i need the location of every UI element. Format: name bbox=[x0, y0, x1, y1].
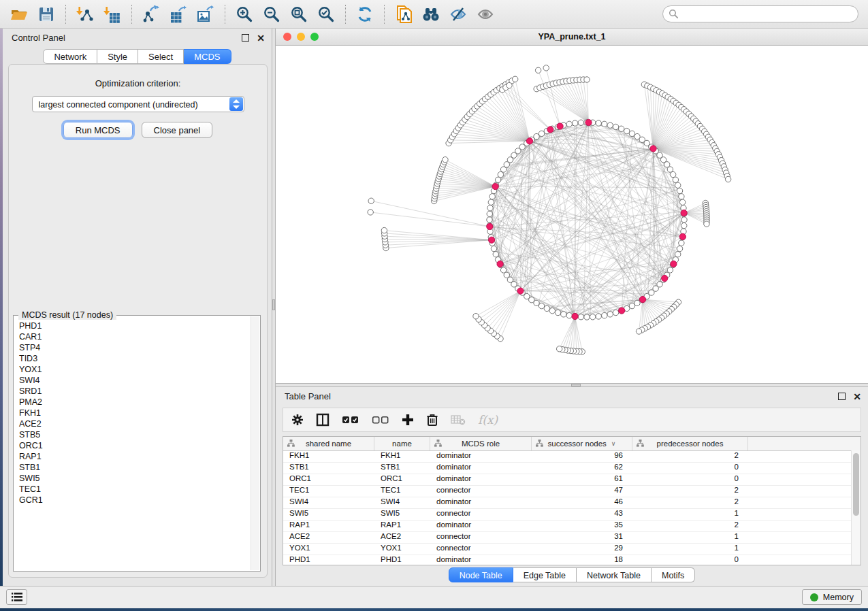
memory-button[interactable]: Memory bbox=[802, 589, 862, 605]
mcds-result-item[interactable]: PHD1 bbox=[19, 320, 251, 331]
add-column-icon[interactable] bbox=[402, 414, 414, 426]
table-scrollbar-track[interactable] bbox=[851, 450, 861, 565]
mcds-result-item[interactable]: RAP1 bbox=[19, 451, 251, 462]
deselect-all-icon[interactable] bbox=[372, 415, 389, 425]
table-row[interactable]: SWI5SWI5connector431 bbox=[283, 509, 861, 521]
toolbar-search[interactable] bbox=[662, 5, 858, 22]
trash-icon[interactable] bbox=[426, 413, 438, 427]
search-input[interactable] bbox=[679, 9, 858, 20]
zoom-in-icon[interactable] bbox=[233, 4, 256, 24]
function-builder-icon[interactable]: f(x) bbox=[478, 413, 498, 427]
network-canvas[interactable] bbox=[276, 46, 867, 383]
column-header-predecessor-nodes[interactable]: predecessor nodes bbox=[632, 437, 748, 450]
select-all-icon[interactable] bbox=[342, 415, 359, 425]
mcds-result-item[interactable]: ACE2 bbox=[19, 418, 251, 429]
tab-style[interactable]: Style bbox=[97, 49, 138, 64]
zoom-fit-icon[interactable] bbox=[287, 4, 310, 24]
mcds-result-item[interactable]: CAR1 bbox=[19, 331, 251, 342]
table-row[interactable]: FKH1FKH1dominator962 bbox=[283, 451, 861, 463]
mcds-result-item[interactable]: SWI4 bbox=[19, 375, 251, 386]
table-scrollbar-thumb[interactable] bbox=[853, 453, 859, 516]
mcds-result-list[interactable]: PHD1CAR1STP4TID3YOX1SWI4SRD1PMA2FKH1ACE2… bbox=[14, 318, 251, 570]
tab-select[interactable]: Select bbox=[138, 49, 184, 64]
zoom-selected-icon[interactable] bbox=[315, 4, 338, 24]
export-table-icon[interactable] bbox=[167, 4, 190, 24]
export-network-icon[interactable] bbox=[140, 4, 163, 24]
binoculars-icon[interactable] bbox=[419, 4, 443, 24]
export-image-icon[interactable] bbox=[194, 4, 217, 24]
close-window-icon[interactable] bbox=[283, 33, 291, 41]
mcds-result-item[interactable]: SWI5 bbox=[19, 473, 251, 484]
mcds-result-item[interactable]: PMA2 bbox=[19, 397, 251, 408]
table-row[interactable]: PHD1PHD1dominator180 bbox=[283, 555, 861, 565]
zoom-out-icon[interactable] bbox=[260, 4, 283, 24]
mcds-result-item[interactable]: YOX1 bbox=[19, 364, 251, 375]
table-row[interactable]: TEC1TEC1connector472 bbox=[283, 486, 861, 497]
control-panel: Control Panel ✕ NetworkStyleSelectMCDS O… bbox=[3, 29, 272, 586]
mcds-result-item[interactable]: TID3 bbox=[19, 353, 251, 364]
import-network-icon[interactable] bbox=[74, 4, 97, 24]
column-header-successor-nodes[interactable]: successor nodes∨ bbox=[532, 437, 632, 450]
table-row[interactable]: ORC1ORC1dominator610 bbox=[283, 474, 861, 486]
close-panel-icon[interactable]: ✕ bbox=[853, 393, 861, 400]
mcds-result-item[interactable]: ORC1 bbox=[19, 440, 251, 451]
split-columns-icon[interactable] bbox=[316, 413, 329, 427]
tab-mcds[interactable]: MCDS bbox=[184, 49, 231, 64]
control-panel-tabs: NetworkStyleSelectMCDS bbox=[3, 49, 272, 64]
mcds-result-item[interactable]: SRD1 bbox=[19, 386, 251, 397]
table-row[interactable]: STB1STB1dominator620 bbox=[283, 463, 861, 474]
table-row[interactable]: YOX1YOX1connector291 bbox=[283, 544, 861, 555]
refresh-icon[interactable] bbox=[353, 4, 376, 24]
cell-predecessors: 2 bbox=[632, 497, 748, 508]
mcds-result-item[interactable]: STB5 bbox=[19, 429, 251, 440]
gear-icon[interactable] bbox=[291, 414, 304, 426]
delete-table-icon[interactable] bbox=[451, 414, 466, 425]
column-header-shared-name[interactable]: shared name bbox=[283, 437, 374, 450]
tab-motifs[interactable]: Motifs bbox=[652, 567, 695, 582]
open-folder-icon[interactable] bbox=[7, 4, 31, 24]
network-window-titlebar[interactable]: YPA_prune.txt_1 bbox=[276, 29, 868, 46]
tab-network-table[interactable]: Network Table bbox=[577, 567, 652, 582]
node-table[interactable]: shared namenameMCDS rolesuccessor nodes∨… bbox=[283, 436, 861, 565]
hide-graphics-details-icon[interactable] bbox=[447, 4, 470, 24]
mcds-result-item[interactable]: GCR1 bbox=[19, 495, 251, 506]
column-header-name[interactable]: name bbox=[374, 437, 430, 450]
minimize-window-icon[interactable] bbox=[297, 33, 305, 41]
toolbar-separator bbox=[131, 5, 132, 24]
cell-shared-name: PHD1 bbox=[283, 555, 374, 565]
close-panel-button[interactable]: Close panel bbox=[142, 122, 213, 138]
show-panels-list-icon[interactable] bbox=[6, 589, 27, 605]
attribute-icon bbox=[637, 440, 644, 447]
table-row[interactable]: ACE2ACE2connector311 bbox=[283, 532, 861, 544]
show-graphics-details-icon[interactable] bbox=[474, 4, 497, 24]
mcds-result-item[interactable]: STB1 bbox=[19, 462, 251, 473]
optimization-criterion-select[interactable]: largest connected component (undirected) bbox=[32, 96, 244, 112]
import-table-icon[interactable] bbox=[101, 4, 124, 24]
splitter-handle[interactable] bbox=[272, 299, 275, 310]
float-panel-icon[interactable] bbox=[242, 34, 249, 42]
tab-edge-table[interactable]: Edge Table bbox=[513, 567, 577, 582]
cell-role: dominator bbox=[430, 474, 532, 485]
maximize-window-icon[interactable] bbox=[310, 33, 319, 41]
splitter-handle[interactable] bbox=[571, 384, 581, 386]
mcds-result-item[interactable]: TEC1 bbox=[19, 484, 251, 495]
table-row[interactable]: RAP1RAP1dominator352 bbox=[283, 521, 861, 532]
column-header-mcds-role[interactable]: MCDS role bbox=[430, 437, 532, 450]
cell-role: connector bbox=[430, 509, 532, 520]
tab-network[interactable]: Network bbox=[43, 49, 97, 64]
save-icon[interactable] bbox=[35, 4, 58, 24]
cell-name: ORC1 bbox=[374, 474, 430, 485]
cell-name: SWI5 bbox=[374, 509, 430, 520]
mcds-list-scrollbar[interactable] bbox=[251, 316, 259, 570]
cell-name: PHD1 bbox=[374, 555, 430, 565]
mcds-result-item[interactable]: FKH1 bbox=[19, 408, 251, 418]
tab-node-table[interactable]: Node Table bbox=[449, 567, 513, 582]
close-panel-icon[interactable]: ✕ bbox=[257, 35, 265, 42]
table-row[interactable]: SWI4SWI4dominator462 bbox=[283, 497, 861, 509]
clone-network-icon[interactable] bbox=[392, 4, 415, 24]
cell-predecessors: 2 bbox=[632, 521, 748, 531]
mcds-result-item[interactable]: STP4 bbox=[19, 342, 251, 353]
status-bar: Memory bbox=[0, 586, 868, 608]
run-mcds-button[interactable]: Run MCDS bbox=[63, 122, 133, 138]
float-panel-icon[interactable] bbox=[838, 393, 846, 400]
